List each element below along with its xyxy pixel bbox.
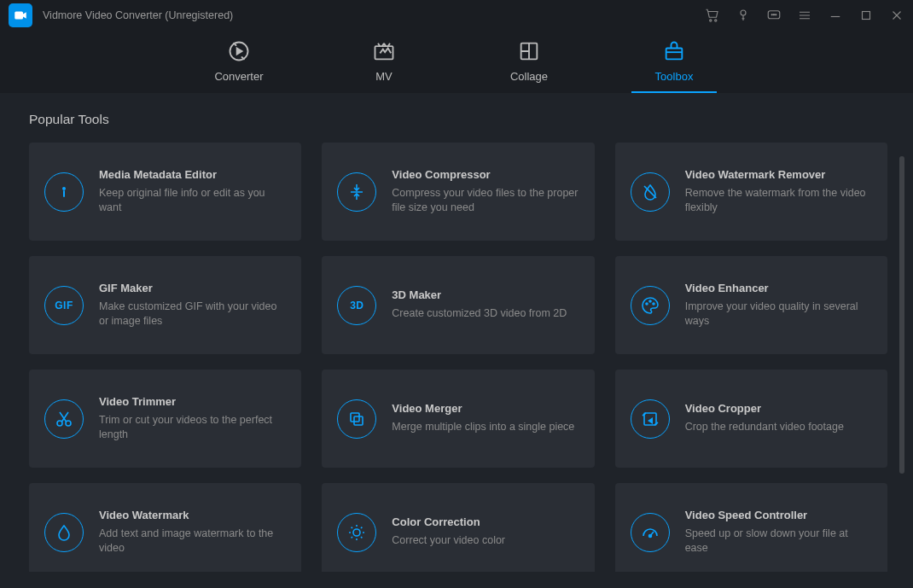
tool-description: Add text and image watermark to the vide… <box>99 527 286 556</box>
tool-title: Media Metadata Editor <box>99 168 286 181</box>
tool-card-video-trimmer[interactable]: Video TrimmerTrim or cut your videos to … <box>29 370 301 468</box>
gauge-icon <box>631 513 670 552</box>
tool-title: GIF Maker <box>99 282 286 294</box>
tool-card-video-cropper[interactable]: Video CropperCrop the redundant video fo… <box>615 370 887 468</box>
tab-label: Toolbox <box>655 70 694 83</box>
titlebar: Vidmore Video Converter (Unregistered) <box>0 0 913 31</box>
svg-rect-20 <box>354 416 363 425</box>
svg-rect-8 <box>863 12 870 20</box>
cart-icon[interactable] <box>705 8 720 23</box>
tool-card-3d-maker[interactable]: 3D3D MakerCreate customized 3D video fro… <box>322 256 594 354</box>
svg-point-15 <box>649 300 651 302</box>
minimize-icon[interactable] <box>828 8 843 23</box>
svg-point-17 <box>57 421 62 426</box>
svg-point-7 <box>776 15 776 15</box>
drop-icon <box>44 513 84 552</box>
toolbox-icon <box>662 39 686 63</box>
tool-description: Trim or cut your videos to the perfect l… <box>99 413 286 443</box>
collage-icon <box>517 39 541 63</box>
tab-label: Collage <box>510 70 548 83</box>
tool-card-video-compressor[interactable]: Video CompressorCompress your video file… <box>322 143 594 241</box>
compress-icon <box>337 172 376 212</box>
3d-icon: 3D <box>337 286 376 325</box>
tool-description: Improve your video quality in several wa… <box>685 300 872 329</box>
tool-description: Remove the watermark from the video flex… <box>685 186 872 216</box>
svg-rect-0 <box>15 12 23 20</box>
svg-point-1 <box>710 20 712 21</box>
tab-toolbox[interactable]: Toolbox <box>631 39 717 93</box>
svg-point-2 <box>715 20 717 21</box>
tool-card-video-merger[interactable]: Video MergerMerge multiple clips into a … <box>322 370 594 468</box>
maximize-icon[interactable] <box>858 8 874 23</box>
drop-slash-icon <box>631 172 670 212</box>
tool-title: 3D Maker <box>392 288 579 301</box>
tool-card-video-watermark-remover[interactable]: Video Watermark RemoverRemove the waterm… <box>615 143 887 241</box>
main-tabs: Converter MV Collage Toolbox <box>0 31 913 93</box>
svg-point-22 <box>353 529 360 536</box>
tool-title: Video Cropper <box>685 402 872 415</box>
info-icon <box>44 172 84 212</box>
app-title: Vidmore Video Converter (Unregistered) <box>43 9 233 21</box>
tool-card-gif-maker[interactable]: GIFGIF MakerMake customized GIF with you… <box>29 256 301 354</box>
feedback-icon[interactable] <box>766 8 782 23</box>
crop-icon <box>631 399 670 439</box>
svg-rect-19 <box>351 413 359 422</box>
tool-title: Video Watermark <box>99 509 286 521</box>
tab-converter[interactable]: Converter <box>196 39 282 93</box>
tool-title: Video Compressor <box>392 168 579 181</box>
tab-collage[interactable]: Collage <box>486 39 572 93</box>
tool-title: Video Trimmer <box>99 395 286 408</box>
svg-point-16 <box>653 303 654 305</box>
tool-card-media-metadata-editor[interactable]: Media Metadata EditorKeep original file … <box>29 143 301 241</box>
svg-point-6 <box>773 15 774 15</box>
menu-icon[interactable] <box>797 8 812 23</box>
section-title: Popular Tools <box>29 112 893 127</box>
mv-icon <box>372 39 396 63</box>
scrollbar-thumb[interactable] <box>899 156 904 474</box>
tool-description: Crop the redundant video footage <box>685 420 872 435</box>
svg-rect-12 <box>666 49 683 60</box>
svg-point-18 <box>66 421 71 426</box>
gif-icon: GIF <box>44 286 84 325</box>
merge-icon <box>337 399 376 439</box>
svg-point-14 <box>646 303 648 305</box>
tool-title: Color Correction <box>392 515 579 528</box>
tool-description: Keep original file info or edit as you w… <box>99 186 286 216</box>
svg-point-5 <box>771 15 772 15</box>
scrollbar[interactable] <box>899 112 904 572</box>
tool-title: Video Speed Controller <box>685 509 872 521</box>
app-logo <box>9 3 32 27</box>
tool-description: Merge multiple clips into a single piece <box>392 420 579 435</box>
tool-card-video-watermark[interactable]: Video WatermarkAdd text and image waterm… <box>29 483 301 572</box>
tool-card-video-enhancer[interactable]: Video EnhancerImprove your video quality… <box>615 256 887 354</box>
svg-point-23 <box>648 534 651 537</box>
tool-description: Correct your video color <box>392 533 579 549</box>
svg-point-13 <box>63 187 65 189</box>
tool-description: Create customized 3D video from 2D <box>392 306 579 322</box>
tool-title: Video Enhancer <box>685 282 872 294</box>
tool-card-video-speed-controller[interactable]: Video Speed ControllerSpeed up or slow d… <box>615 483 887 572</box>
svg-point-3 <box>741 10 746 15</box>
tool-description: Speed up or slow down your file at ease <box>685 527 872 556</box>
tool-title: Video Watermark Remover <box>685 168 872 181</box>
key-icon[interactable] <box>736 8 751 23</box>
titlebar-actions <box>705 8 904 23</box>
close-icon[interactable] <box>889 8 904 23</box>
converter-icon <box>227 39 251 63</box>
sun-icon <box>337 513 376 552</box>
tool-grid: Media Metadata EditorKeep original file … <box>29 143 893 572</box>
tool-title: Video Merger <box>392 402 579 415</box>
tool-description: Make customized GIF with your video or i… <box>99 300 286 329</box>
palette-icon <box>631 286 670 325</box>
tab-label: Converter <box>214 70 263 83</box>
main-content: Popular Tools Media Metadata EditorKeep … <box>0 93 913 588</box>
tool-description: Compress your video files to the proper … <box>392 186 579 216</box>
tab-label: MV <box>375 70 393 83</box>
tab-mv[interactable]: MV <box>341 39 427 93</box>
scissors-icon <box>44 399 84 439</box>
tool-card-color-correction[interactable]: Color CorrectionCorrect your video color <box>322 483 594 572</box>
